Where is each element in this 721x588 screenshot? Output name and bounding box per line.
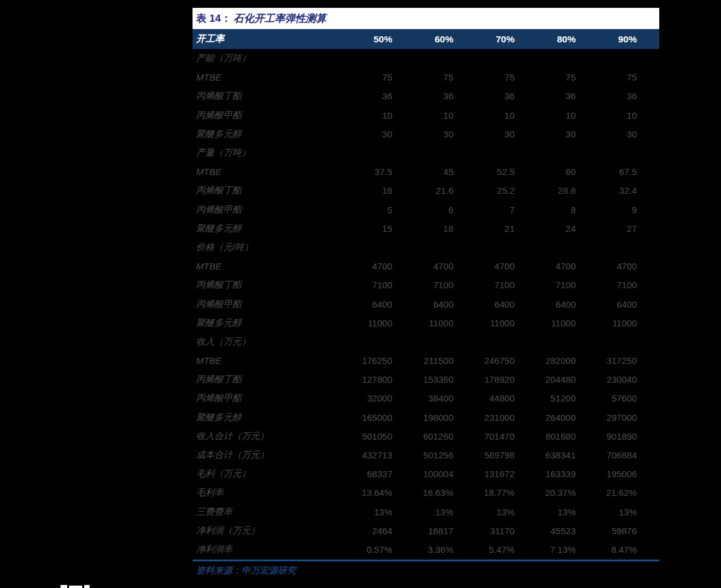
row-value: 230040 xyxy=(576,374,637,385)
row-value: 198000 xyxy=(392,412,453,423)
row-value: 36 xyxy=(576,91,637,101)
header-col-70: 70% xyxy=(453,34,515,45)
row-value: 13% xyxy=(331,507,392,517)
row-value: 204480 xyxy=(515,374,576,385)
section-row: 产量（万吨） xyxy=(193,144,659,162)
row-label: 聚醚多元醇 xyxy=(193,412,331,423)
row-value: 11000 xyxy=(576,318,637,328)
row-value: 18.77% xyxy=(453,487,515,498)
row-value: 59876 xyxy=(576,526,637,536)
table-row: 毛利（万元）68337100004131672163339195006 xyxy=(193,464,659,483)
row-value: 36 xyxy=(515,91,576,101)
row-value: 10 xyxy=(576,110,637,121)
elasticity-table: 表 14： 石化开工率弹性测算 开工率 50% 60% 70% 80% 90% … xyxy=(193,8,659,580)
cropped-text-artifact xyxy=(61,585,67,588)
table-row: MTBE37.54552.56067.5 xyxy=(193,162,659,181)
row-value: 131672 xyxy=(453,469,515,479)
row-value: 38400 xyxy=(392,393,453,403)
row-value: 10 xyxy=(453,110,515,121)
row-value: 30 xyxy=(392,129,453,139)
row-value: 8 xyxy=(515,205,576,215)
row-value: 10 xyxy=(515,110,576,121)
row-value: 7100 xyxy=(331,280,392,290)
row-value: 6400 xyxy=(392,299,453,309)
row-value: 7100 xyxy=(515,280,576,290)
row-value: 11000 xyxy=(392,318,453,328)
row-value: 5 xyxy=(331,205,392,215)
row-label: 聚醚多元醇 xyxy=(193,128,331,140)
row-value: 13% xyxy=(576,507,637,517)
table-body: 产能（万吨）MTBE7575757575丙烯酸丁酯3636363636丙烯酸甲酯… xyxy=(193,49,659,559)
row-value: 4700 xyxy=(576,261,637,271)
row-label: MTBE xyxy=(193,355,331,366)
row-value: 75 xyxy=(576,72,637,82)
row-value: 45 xyxy=(392,167,453,177)
row-value: 4700 xyxy=(515,261,576,271)
table-row: 聚醚多元醇1518212427 xyxy=(193,219,659,238)
row-value: 60 xyxy=(515,167,576,177)
row-label: 价格（元/吨） xyxy=(193,242,331,253)
row-value: 24 xyxy=(515,223,576,234)
row-label: 丙烯酸甲酯 xyxy=(193,110,331,121)
row-value: 601260 xyxy=(392,431,453,441)
table-row: 丙烯酸甲酯64006400640064006400 xyxy=(193,294,659,313)
row-value: 51200 xyxy=(515,393,576,403)
row-value: 569798 xyxy=(453,450,515,460)
row-value: 6400 xyxy=(576,299,637,309)
row-label: 丙烯酸丁酯 xyxy=(193,279,331,291)
row-value: 7100 xyxy=(453,280,515,290)
row-value: 36 xyxy=(392,91,453,101)
row-label: 丙烯酸丁酯 xyxy=(193,185,331,196)
table-number-label: 表 14： xyxy=(196,12,231,25)
cropped-text-artifact xyxy=(69,586,82,588)
row-value: 44800 xyxy=(453,393,515,403)
row-value: 6400 xyxy=(331,299,392,309)
row-label: 毛利率 xyxy=(193,487,331,498)
row-value: 165000 xyxy=(331,412,392,423)
table-row: 丙烯酸丁酯3636363636 xyxy=(193,87,659,105)
table-row: MTBE176250211500246750282000317250 xyxy=(193,351,659,370)
row-value: 5.47% xyxy=(453,544,515,555)
row-label: MTBE xyxy=(193,261,331,271)
row-value: 501050 xyxy=(331,431,392,441)
row-label: 丙烯酸甲酯 xyxy=(193,204,331,216)
row-label: 丙烯酸甲酯 xyxy=(193,299,331,310)
row-value: 67.5 xyxy=(576,167,637,177)
row-value: 901890 xyxy=(576,431,637,441)
row-value: 32000 xyxy=(331,393,392,403)
row-label: 产量（万吨） xyxy=(193,147,331,159)
table-row: 聚醚多元醇3030303030 xyxy=(193,125,659,144)
row-value: 36 xyxy=(453,91,515,101)
table-row: 净利润（万元）246416817311704552359876 xyxy=(193,521,659,540)
row-value: 30 xyxy=(515,129,576,139)
row-value: 13.64% xyxy=(331,487,392,498)
row-label: 毛利（万元） xyxy=(193,468,331,480)
row-value: 6 xyxy=(392,205,453,215)
row-value: 11000 xyxy=(453,318,515,328)
row-value: 638341 xyxy=(515,450,576,460)
row-value: 7.13% xyxy=(515,544,576,555)
row-value: 211500 xyxy=(392,355,453,366)
row-value: 13% xyxy=(515,507,576,517)
row-label: 产能（万吨） xyxy=(193,53,331,64)
row-value: 30 xyxy=(331,129,392,139)
row-label: 收入（万元） xyxy=(193,336,331,348)
row-value: 30 xyxy=(576,129,637,139)
table-row: 丙烯酸甲酯56789 xyxy=(193,200,659,219)
row-value: 4700 xyxy=(453,261,515,271)
row-value: 68337 xyxy=(331,469,392,479)
row-value: 10 xyxy=(392,110,453,121)
row-label: 收入合计（万元） xyxy=(193,431,331,442)
row-value: 501256 xyxy=(392,450,453,460)
row-value: 21.62% xyxy=(576,487,637,498)
row-label: 聚醚多元醇 xyxy=(193,317,331,329)
header-operating-rate-label: 开工率 xyxy=(193,33,331,45)
row-value: 75 xyxy=(453,72,515,82)
row-value: 3.36% xyxy=(392,544,453,555)
table-header-row: 开工率 50% 60% 70% 80% 90% xyxy=(193,29,659,49)
section-row: 产能（万吨） xyxy=(193,49,659,68)
row-value: 432713 xyxy=(331,450,392,460)
table-row: 三费费率13%13%13%13%13% xyxy=(193,503,659,521)
cropped-text-artifact xyxy=(84,585,90,588)
row-label: 净利润率 xyxy=(193,544,331,555)
